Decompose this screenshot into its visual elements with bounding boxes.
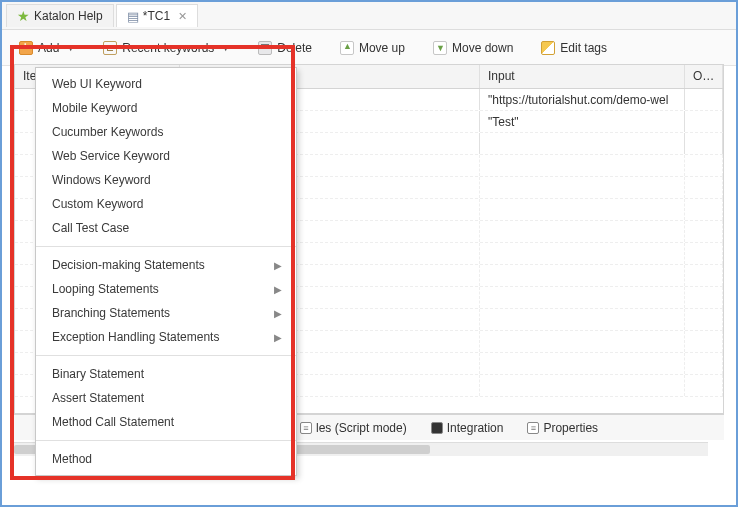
col-header-output[interactable]: Output (685, 65, 723, 88)
col-header-input[interactable]: Input (480, 65, 685, 88)
edit-icon (541, 41, 555, 55)
tab-integration[interactable]: Integration (425, 419, 510, 437)
move-down-button[interactable]: Move down (426, 37, 520, 59)
edit-tags-label: Edit tags (560, 41, 607, 55)
menu-method[interactable]: Method (36, 447, 296, 471)
chevron-right-icon: ▶ (274, 260, 282, 271)
add-icon (19, 41, 33, 55)
cell-output[interactable] (685, 89, 723, 110)
menu-binary-statement[interactable]: Binary Statement (36, 362, 296, 386)
chevron-down-icon[interactable]: ▼ (66, 43, 75, 53)
move-up-label: Move up (359, 41, 405, 55)
close-icon[interactable]: ✕ (178, 10, 187, 23)
menu-web-service-keyword[interactable]: Web Service Keyword (36, 144, 296, 168)
menu-call-test-case[interactable]: Call Test Case (36, 216, 296, 240)
tab-label: Properties (543, 421, 598, 435)
menu-method-call-statement[interactable]: Method Call Statement (36, 410, 296, 434)
menu-looping-statements[interactable]: Looping Statements▶ (36, 277, 296, 301)
cell-output[interactable] (685, 133, 723, 154)
menu-web-ui-keyword[interactable]: Web UI Keyword (36, 72, 296, 96)
menu-exception-statements[interactable]: Exception Handling Statements▶ (36, 325, 296, 349)
star-icon: ★ (17, 9, 30, 23)
tab-label: les (Script mode) (316, 421, 407, 435)
tab-label: *TC1 (143, 9, 170, 23)
menu-assert-statement[interactable]: Assert Statement (36, 386, 296, 410)
tab-label: Katalon Help (34, 9, 103, 23)
menu-windows-keyword[interactable]: Windows Keyword (36, 168, 296, 192)
recent-label: Recent keywords (122, 41, 214, 55)
tab-label: Integration (447, 421, 504, 435)
trash-icon (258, 41, 272, 55)
menu-branching-statements[interactable]: Branching Statements▶ (36, 301, 296, 325)
cell-input[interactable]: "Test" (480, 111, 685, 132)
tab-katalon-help[interactable]: ★ Katalon Help (6, 4, 114, 27)
cell-input[interactable]: "https://tutorialshut.com/demo-wel (480, 89, 685, 110)
add-button[interactable]: Add ▼ (12, 37, 82, 59)
menu-decision-statements[interactable]: Decision-making Statements▶ (36, 253, 296, 277)
menu-mobile-keyword[interactable]: Mobile Keyword (36, 96, 296, 120)
test-case-icon: ▤ (127, 10, 139, 23)
menu-custom-keyword[interactable]: Custom Keyword (36, 192, 296, 216)
cell-output[interactable] (685, 111, 723, 132)
add-label: Add (38, 41, 59, 55)
recent-icon (103, 41, 117, 55)
editor-tabs-bar: ★ Katalon Help ▤ *TC1 ✕ (2, 2, 736, 30)
integration-icon (431, 422, 443, 434)
recent-keywords-button[interactable]: Recent keywords ▼ (96, 37, 237, 59)
chevron-right-icon: ▶ (274, 332, 282, 343)
add-dropdown-menu: Web UI Keyword Mobile Keyword Cucumber K… (35, 67, 297, 476)
cell-input[interactable] (480, 133, 685, 154)
move-down-label: Move down (452, 41, 513, 55)
delete-label: Delete (277, 41, 312, 55)
chevron-down-icon[interactable]: ▼ (221, 43, 230, 53)
menu-cucumber-keywords[interactable]: Cucumber Keywords (36, 120, 296, 144)
chevron-right-icon: ▶ (274, 284, 282, 295)
toolbar: Add ▼ Recent keywords ▼ Delete Move up M… (2, 30, 736, 66)
delete-button[interactable]: Delete (251, 37, 319, 59)
chevron-right-icon: ▶ (274, 308, 282, 319)
variables-icon (300, 422, 312, 434)
arrow-down-icon (433, 41, 447, 55)
tab-tc1[interactable]: ▤ *TC1 ✕ (116, 4, 198, 27)
properties-icon (527, 422, 539, 434)
arrow-up-icon (340, 41, 354, 55)
move-up-button[interactable]: Move up (333, 37, 412, 59)
tab-variables-script[interactable]: les (Script mode) (294, 419, 413, 437)
edit-tags-button[interactable]: Edit tags (534, 37, 614, 59)
tab-properties[interactable]: Properties (521, 419, 604, 437)
